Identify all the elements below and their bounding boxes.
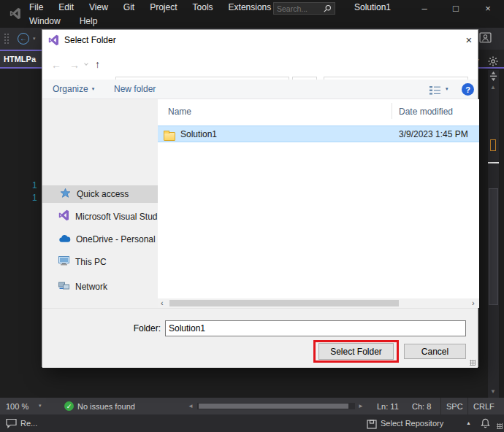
sidebar-item-onedrive[interactable]: OneDrive - Personal xyxy=(42,231,158,248)
menu-project[interactable]: Project xyxy=(150,2,177,12)
notifications-bell-icon[interactable] xyxy=(481,418,490,431)
repository-box-icon xyxy=(367,419,377,432)
star-icon xyxy=(60,188,71,201)
menu-edit[interactable]: Edit xyxy=(58,2,74,12)
list-horizontal-scrollbar[interactable]: ‹ › xyxy=(158,298,479,308)
maximize-button[interactable]: □ xyxy=(444,0,467,16)
dialog-footer: Folder: Select Folder Cancel xyxy=(42,308,478,368)
line-number: 1 xyxy=(32,193,37,203)
navigate-back-icon[interactable]: ← xyxy=(18,33,29,45)
dialog-nav-row: ← → ↑ « source › repos ↻ xyxy=(42,50,478,80)
menu-git[interactable]: Git xyxy=(123,2,134,12)
menu-view[interactable]: View xyxy=(89,2,108,12)
editor-vertical-scrollbar[interactable]: ▲ ▼ xyxy=(488,70,499,398)
menu-window[interactable]: Window xyxy=(29,16,61,26)
menu-tools[interactable]: Tools xyxy=(193,2,213,12)
scroll-left-icon[interactable]: ‹ xyxy=(161,298,164,308)
issues-check-icon: ✓ xyxy=(64,401,74,411)
column-header-date[interactable]: Date modified xyxy=(399,107,453,117)
folder-icon xyxy=(164,132,175,141)
scroll-down-icon[interactable]: ▼ xyxy=(490,388,496,395)
menu-extensions[interactable]: Extensions xyxy=(229,2,272,12)
command-bar: Organize ▾ New folder ▾ ? xyxy=(42,80,478,99)
view-options-icon[interactable] xyxy=(429,85,441,98)
divider xyxy=(440,398,441,414)
visual-studio-logo-icon xyxy=(58,209,70,224)
sidebar-item-network[interactable]: Network xyxy=(42,278,158,296)
editor-options-gear-icon[interactable] xyxy=(488,56,498,69)
zoom-level[interactable]: 100 % xyxy=(6,402,28,411)
file-name: Solution1 xyxy=(180,129,217,139)
organize-button[interactable]: Organize ▾ xyxy=(53,84,94,94)
folder-field-label: Folder: xyxy=(115,323,161,333)
organize-dropdown-icon: ▾ xyxy=(92,86,95,92)
minimize-button[interactable]: – xyxy=(413,0,436,16)
select-folder-dialog: Select Folder × ← → ↑ « source › repos ↻ xyxy=(42,29,478,367)
folder-name-input[interactable] xyxy=(165,320,466,336)
zoom-dropdown-icon[interactable]: ▾ xyxy=(39,403,42,409)
repository-caret-icon[interactable]: ▲ xyxy=(466,420,471,425)
sort-caret-icon[interactable]: ˆ xyxy=(371,99,375,108)
window-title: Solution1 xyxy=(337,2,408,12)
menu-help[interactable]: Help xyxy=(80,16,98,26)
line-ending-mode[interactable]: CRLF xyxy=(473,402,495,411)
dialog-titlebar: Select Folder × xyxy=(42,30,478,50)
horizontal-scroll-thumb[interactable] xyxy=(169,300,399,306)
window-close-button[interactable]: × xyxy=(476,0,500,16)
visual-studio-logo-icon xyxy=(48,34,60,49)
file-row-solution1[interactable]: Solution1 3/9/2023 1:45 PM File fo xyxy=(158,126,479,142)
vs-titlebar: File Edit View Git Project Tools Extensi… xyxy=(0,0,504,28)
editor-status-bar: 100 % ▾ ✓ No issues found ◄ ► Ln: 11 Ch:… xyxy=(0,398,504,414)
up-icon[interactable]: ↑ xyxy=(95,58,100,70)
resize-grip[interactable] xyxy=(470,360,476,366)
vs-search-input[interactable] xyxy=(277,4,324,13)
recent-locations-dropdown-icon[interactable] xyxy=(84,61,88,66)
hscroll-right-icon[interactable]: ► xyxy=(358,403,364,409)
view-options-dropdown-icon[interactable]: ▾ xyxy=(446,86,448,92)
file-list: ˆ Name Date modified Type Solution1 3/9/… xyxy=(158,99,479,298)
window-resize-grip[interactable] xyxy=(497,423,503,429)
line-number: 1 xyxy=(32,180,37,190)
menu-bar: File Edit View Git Project Tools Extensi… xyxy=(29,0,271,15)
issues-status[interactable]: No issues found xyxy=(77,402,135,411)
vs-status-bar: Re... Select Repository ▲ xyxy=(0,414,504,432)
split-editor-handle-icon[interactable] xyxy=(489,71,497,84)
navigation-pane: Quick access Microsoft Visual Stud OneDr… xyxy=(42,99,158,298)
visual-studio-logo-icon xyxy=(9,7,22,23)
help-icon[interactable]: ? xyxy=(462,83,474,96)
hscroll-left-icon[interactable]: ◄ xyxy=(188,403,194,409)
dialog-title: Select Folder xyxy=(64,35,116,45)
sidebar-item-visual-studio[interactable]: Microsoft Visual Stud xyxy=(42,208,158,225)
scroll-annotation-marker xyxy=(490,139,496,151)
sidebar-item-quick-access[interactable]: Quick access xyxy=(42,185,158,203)
tool-window-icon[interactable] xyxy=(6,418,17,431)
back-icon[interactable]: ← xyxy=(51,59,61,71)
sidebar-item-this-pc[interactable]: This PC xyxy=(42,253,158,271)
navigate-back-dropdown[interactable]: ▾ xyxy=(33,36,36,42)
feedback-icon[interactable] xyxy=(479,32,492,46)
cancel-button[interactable]: Cancel xyxy=(404,344,466,359)
new-folder-button[interactable]: New folder xyxy=(114,84,156,94)
toolbar-grip[interactable] xyxy=(4,33,9,45)
scroll-right-icon[interactable]: › xyxy=(472,298,475,308)
select-repository-button[interactable]: Select Repository xyxy=(381,419,443,428)
dialog-close-button[interactable]: × xyxy=(459,30,479,49)
forward-icon[interactable]: → xyxy=(69,59,80,71)
cloud-icon xyxy=(58,233,71,246)
tool-window-label[interactable]: Re... xyxy=(20,419,37,428)
cursor-column[interactable]: Ch: 8 xyxy=(412,402,431,411)
document-tab[interactable]: HTMLPa xyxy=(0,50,45,67)
column-header-name[interactable]: Name xyxy=(168,107,191,117)
vertical-scroll-thumb[interactable] xyxy=(489,188,498,305)
menu-file[interactable]: File xyxy=(29,2,43,12)
computer-icon xyxy=(58,255,70,269)
annotation-highlight-box xyxy=(313,340,399,363)
horizontal-scroll-thumb[interactable] xyxy=(199,404,348,409)
indentation-mode[interactable]: SPC xyxy=(446,402,463,411)
vs-search-box[interactable] xyxy=(273,2,335,15)
cursor-line[interactable]: Ln: 11 xyxy=(377,402,399,411)
editor-horizontal-scrollbar[interactable] xyxy=(197,403,355,409)
file-date-modified: 3/9/2023 1:45 PM xyxy=(399,129,468,139)
column-divider[interactable] xyxy=(392,103,392,119)
scroll-up-icon[interactable]: ▲ xyxy=(490,84,496,90)
